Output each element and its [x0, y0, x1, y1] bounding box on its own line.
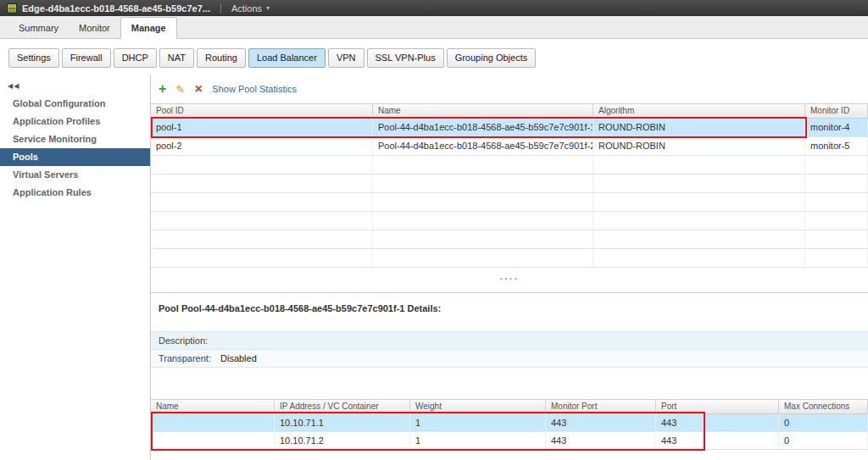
description-label: Description: [151, 332, 220, 349]
col-weight[interactable]: Weight [410, 400, 546, 413]
subtab-nat[interactable]: NAT [159, 48, 194, 68]
empty-table-row [151, 249, 868, 268]
member-table-row-2[interactable]: 10.10.71.2 1 443 443 0 [151, 432, 868, 450]
member-ip-cell: 10.10.71.2 [275, 432, 410, 449]
pool-algorithm-cell: ROUND-ROBIN [593, 119, 805, 136]
member-name-cell [151, 414, 275, 431]
col-monitor-id[interactable]: Monitor ID [805, 104, 868, 118]
transparent-label: Transparent: [151, 350, 220, 367]
sidebar-item-global-configuration[interactable]: Global Configuration [0, 95, 150, 113]
col-port[interactable]: Port [656, 400, 779, 413]
subtab-vpn[interactable]: VPN [328, 48, 364, 68]
empty-table-row [151, 212, 868, 230]
sidebar-item-application-profiles[interactable]: Application Profiles [0, 113, 150, 130]
member-weight-cell: 1 [410, 414, 546, 431]
member-ip-cell: 10.10.71.1 [275, 414, 410, 431]
col-ip-address[interactable]: IP Address / VC Container [275, 400, 410, 413]
actions-menu-button[interactable]: Actions ▾ [231, 3, 270, 14]
member-name-cell [151, 432, 275, 449]
subtab-load-balancer[interactable]: Load Balancer [248, 48, 326, 68]
empty-table-row [151, 193, 868, 212]
edge-title: Edge-d4ba1ecc-b018-4568-ae45-b59c7e7... [22, 3, 210, 14]
pool-algorithm-cell: ROUND-ROBIN [593, 137, 805, 155]
tab-summary[interactable]: Summary [8, 18, 69, 38]
main-tabbar: Summary Monitor Manage [0, 16, 868, 39]
pool-table-row-2[interactable]: pool-2 Pool-44-d4ba1ecc-b018-4568-ae45-b… [151, 137, 868, 156]
sidebar-item-virtual-servers[interactable]: Virtual Servers [0, 166, 150, 184]
member-max-connections-cell: 0 [779, 432, 868, 449]
show-pool-statistics-link[interactable]: Show Pool Statistics [212, 84, 297, 94]
pool-details-title: Pool Pool-44-d4ba1ecc-b018-4568-ae45-b59… [159, 303, 868, 314]
sidebar-item-application-rules[interactable]: Application Rules [0, 184, 150, 202]
subtab-routing[interactable]: Routing [197, 48, 246, 68]
panel-splitter[interactable]: ···· [151, 268, 868, 293]
member-monitor-port-cell: 443 [546, 432, 656, 449]
empty-table-row [151, 156, 868, 175]
pool-table-row-1[interactable]: pool-1 Pool-44-d4ba1ecc-b018-4568-ae45-b… [151, 119, 868, 137]
pools-table-header: Pool ID Name Algorithm Monitor ID [151, 103, 868, 119]
lb-sidebar: ◀◀ Global Configuration Application Prof… [0, 75, 151, 460]
content-area: ◀◀ Global Configuration Application Prof… [0, 75, 868, 460]
member-max-connections-cell: 0 [779, 414, 868, 431]
col-monitor-port[interactable]: Monitor Port [546, 400, 656, 413]
col-max-connections[interactable]: Max Connections [779, 400, 868, 413]
col-name[interactable]: Name [373, 104, 593, 118]
member-monitor-port-cell: 443 [546, 414, 656, 431]
empty-table-row [151, 230, 868, 249]
pool-monitor-id-cell: monitor-4 [805, 119, 868, 136]
subtab-settings[interactable]: Settings [8, 48, 59, 68]
tab-manage[interactable]: Manage [120, 17, 177, 39]
members-table-header: Name IP Address / VC Container Weight Mo… [151, 399, 868, 414]
sidebar-item-pools[interactable]: Pools [0, 148, 150, 166]
col-member-name[interactable]: Name [151, 400, 275, 413]
pool-id-cell: pool-2 [151, 137, 373, 155]
delete-pool-icon[interactable]: ✕ [194, 83, 203, 95]
member-weight-cell: 1 [410, 432, 546, 449]
app-window: Edge-d4ba1ecc-b018-4568-ae45-b59c7e7... … [0, 0, 868, 460]
edge-gateway-icon [7, 3, 17, 14]
subtab-ssl-vpn-plus[interactable]: SSL VPN-Plus [367, 48, 444, 68]
edit-pool-icon[interactable]: ✎ [175, 83, 185, 96]
pool-id-cell: pool-1 [151, 119, 373, 136]
transparent-value: Disabled [220, 350, 257, 367]
actions-label: Actions [231, 3, 262, 14]
member-port-cell: 443 [656, 414, 779, 431]
subtab-dhcp[interactable]: DHCP [114, 48, 157, 68]
subtab-grouping-objects[interactable]: Grouping Objects [447, 48, 537, 68]
titlebar-divider [220, 3, 221, 14]
col-algorithm[interactable]: Algorithm [593, 104, 805, 118]
caret-down-icon: ▾ [266, 4, 270, 12]
description-row: Description: [151, 332, 868, 350]
collapse-sidebar-icon[interactable]: ◀◀ [0, 80, 150, 95]
empty-table-row [151, 175, 868, 193]
subtab-firewall[interactable]: Firewall [62, 48, 111, 68]
transparent-row: Transparent: Disabled [151, 350, 868, 368]
pool-name-cell: Pool-44-d4ba1ecc-b018-4568-ae45-b59c7e7c… [373, 119, 593, 136]
member-table-row-1[interactable]: 10.10.71.1 1 443 443 0 [151, 414, 868, 432]
pools-toolbar: + ✎ ✕ Show Pool Statistics [151, 75, 868, 103]
pools-panel: + ✎ ✕ Show Pool Statistics Pool ID Name … [151, 75, 868, 460]
pool-monitor-id-cell: monitor-5 [805, 137, 868, 155]
manage-subtabbar: Settings Firewall DHCP NAT Routing Load … [0, 39, 868, 75]
pool-name-cell: Pool-44-d4ba1ecc-b018-4568-ae45-b59c7e7c… [373, 137, 593, 155]
pool-details-table: Description: Transparent: Disabled [151, 331, 868, 368]
tab-monitor[interactable]: Monitor [69, 18, 120, 38]
splitter-handle-icon[interactable]: ···· [500, 274, 520, 284]
sidebar-item-service-monitoring[interactable]: Service Monitoring [0, 130, 150, 148]
col-pool-id[interactable]: Pool ID [151, 104, 373, 118]
member-port-cell: 443 [656, 432, 779, 449]
add-pool-icon[interactable]: + [159, 82, 166, 96]
titlebar: Edge-d4ba1ecc-b018-4568-ae45-b59c7e7... … [0, 0, 868, 16]
